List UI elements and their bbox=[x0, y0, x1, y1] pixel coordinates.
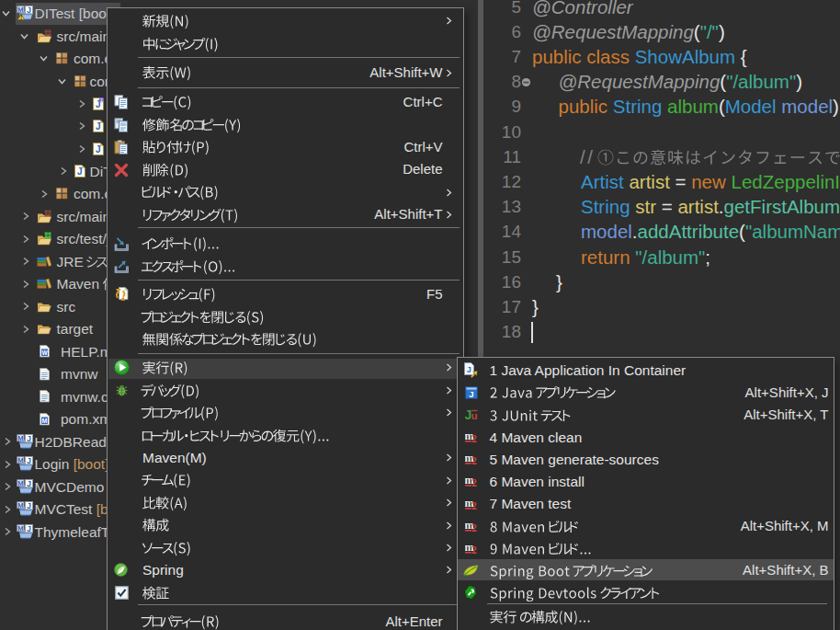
svg-text:M: M bbox=[17, 6, 23, 14]
svg-text:2: 2 bbox=[471, 544, 477, 556]
svg-text:W: W bbox=[41, 349, 48, 356]
svg-text:J: J bbox=[77, 167, 83, 178]
svg-text:M: M bbox=[17, 501, 23, 510]
svg-text:2: 2 bbox=[471, 522, 477, 533]
svg-text:2: 2 bbox=[471, 455, 477, 466]
svg-text:J: J bbox=[469, 389, 473, 399]
svg-text:J: J bbox=[26, 456, 30, 465]
svg-text:J: J bbox=[26, 524, 30, 533]
svg-text:J: J bbox=[26, 479, 30, 488]
svg-text:J: J bbox=[26, 501, 30, 510]
svg-text:M: M bbox=[41, 418, 47, 424]
svg-text:M: M bbox=[17, 456, 23, 464]
svg-text:M: M bbox=[17, 479, 23, 487]
svg-text:M: M bbox=[17, 524, 23, 533]
svg-text:1: 1 bbox=[99, 97, 102, 103]
svg-text:J: J bbox=[467, 365, 471, 374]
svg-text:J: J bbox=[95, 122, 100, 132]
svg-text:M: M bbox=[17, 434, 23, 442]
svg-text:u: u bbox=[471, 410, 477, 421]
svg-text:2: 2 bbox=[471, 477, 477, 488]
svg-text:J: J bbox=[95, 144, 100, 155]
svg-text:J: J bbox=[26, 6, 30, 15]
svg-text:J: J bbox=[26, 434, 30, 443]
svg-text:!: ! bbox=[19, 14, 21, 20]
svg-text:2: 2 bbox=[471, 500, 477, 511]
svg-text:2: 2 bbox=[471, 433, 477, 444]
